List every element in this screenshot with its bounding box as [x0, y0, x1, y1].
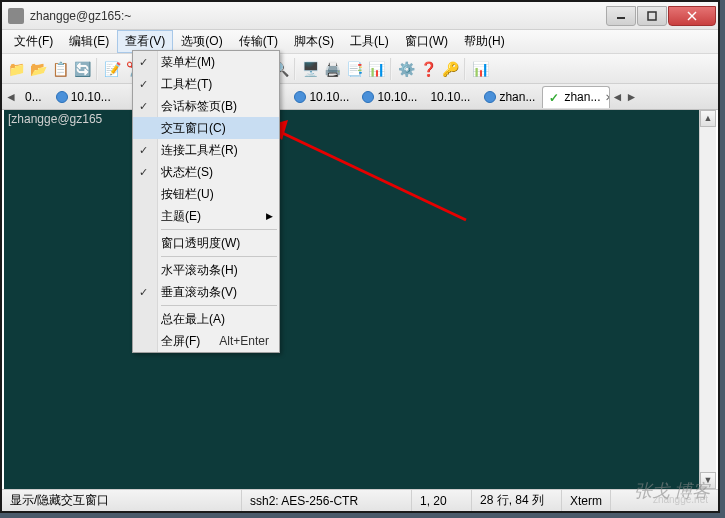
toolbar-separator	[390, 58, 392, 80]
tab-scroll-left-icon[interactable]: ◄	[610, 90, 624, 104]
menu-item-ontop[interactable]: 总在最上(A)	[133, 308, 279, 330]
status-icon	[484, 91, 496, 103]
check-icon: ✓	[139, 56, 148, 69]
session-tab-active[interactable]: ✓zhan...✕	[542, 86, 610, 108]
minimize-button[interactable]	[606, 6, 636, 26]
session-tab[interactable]: zhan...	[477, 86, 542, 108]
menu-item-toolbar[interactable]: ✓工具栏(T)	[133, 73, 279, 95]
close-button[interactable]	[668, 6, 716, 26]
toolbar-icon[interactable]: 📑	[344, 59, 364, 79]
tab-scroll-left-icon[interactable]: ◄	[4, 90, 18, 104]
menu-window[interactable]: 窗口(W)	[397, 30, 456, 53]
terminal[interactable]: [zhangge@gz165	[4, 110, 716, 489]
toolbar-icon[interactable]: 📊	[366, 59, 386, 79]
tab-label: 0...	[25, 90, 42, 104]
session-tab[interactable]: 10.10...	[287, 86, 355, 108]
toolbar-icon[interactable]: 📁	[6, 59, 26, 79]
session-tab[interactable]: 10.10...	[49, 86, 117, 108]
check-icon: ✓	[139, 78, 148, 91]
shortcut-label: Alt+Enter	[219, 334, 269, 348]
toolbar-icon[interactable]: ⚙️	[396, 59, 416, 79]
status-position: 1, 20	[412, 490, 472, 511]
session-tab[interactable]: 10.10...	[355, 86, 423, 108]
menu-item-fullscreen[interactable]: 全屏(F)Alt+Enter	[133, 330, 279, 352]
toolbar-icon[interactable]: 📊	[470, 59, 490, 79]
tabbar: ◄ 0... 10.10... 0... 10.10... 10.10... 1…	[2, 84, 718, 110]
tab-label: zhan...	[499, 90, 535, 104]
menu-separator	[161, 256, 277, 257]
toolbar-icon[interactable]: 🔑	[440, 59, 460, 79]
vertical-scrollbar[interactable]: ▲ ▼	[699, 110, 716, 489]
toolbar-icon[interactable]: 🖨️	[322, 59, 342, 79]
tab-label: 10.10...	[309, 90, 349, 104]
menu-item-menubar[interactable]: ✓菜单栏(M)	[133, 51, 279, 73]
status-cipher: ssh2: AES-256-CTR	[242, 490, 412, 511]
status-emulation: Xterm	[562, 490, 611, 511]
check-icon: ✓	[139, 100, 148, 113]
check-icon: ✓	[139, 286, 148, 299]
window-title: zhangge@gz165:~	[30, 9, 605, 23]
menu-item-button-bar[interactable]: 按钮栏(U)	[133, 183, 279, 205]
menu-item-session-tabs[interactable]: ✓会话标签页(B)	[133, 95, 279, 117]
menu-item-theme[interactable]: 主题(E)▶	[133, 205, 279, 227]
menu-separator	[161, 305, 277, 306]
status-icon	[56, 91, 68, 103]
toolbar-icon[interactable]: 📝	[102, 59, 122, 79]
menu-edit[interactable]: 编辑(E)	[61, 30, 117, 53]
toolbar-separator	[96, 58, 98, 80]
scroll-up-icon[interactable]: ▲	[700, 110, 716, 127]
session-tab[interactable]: 10.10...	[423, 86, 477, 108]
menu-item-connect-bar[interactable]: ✓连接工具栏(R)	[133, 139, 279, 161]
submenu-arrow-icon: ▶	[266, 211, 273, 221]
menu-file[interactable]: 文件(F)	[6, 30, 61, 53]
titlebar[interactable]: zhangge@gz165:~	[2, 2, 718, 30]
menu-help[interactable]: 帮助(H)	[456, 30, 513, 53]
maximize-button[interactable]	[637, 6, 667, 26]
tab-label: zhan...	[564, 90, 600, 104]
menu-item-vscroll[interactable]: ✓垂直滚动条(V)	[133, 281, 279, 303]
check-icon: ✓	[139, 144, 148, 157]
toolbar-icon[interactable]: ❓	[418, 59, 438, 79]
status-icon	[294, 91, 306, 103]
menu-item-transparency[interactable]: 窗口透明度(W)	[133, 232, 279, 254]
toolbar-icon[interactable]: 🔄	[72, 59, 92, 79]
watermark-url: zhangge.net	[653, 494, 708, 505]
tab-label: 10.10...	[430, 90, 470, 104]
app-icon	[8, 8, 24, 24]
view-dropdown: ✓菜单栏(M) ✓工具栏(T) ✓会话标签页(B) 交互窗口(C) ✓连接工具栏…	[132, 50, 280, 353]
status-icon	[362, 91, 374, 103]
tab-scroll-right-icon[interactable]: ►	[624, 90, 638, 104]
toolbar-separator	[464, 58, 466, 80]
status-icon: ✓	[549, 91, 561, 103]
svg-rect-1	[648, 12, 656, 20]
menu-separator	[161, 229, 277, 230]
tab-label: 10.10...	[71, 90, 111, 104]
toolbar-icon[interactable]: 🖥️	[300, 59, 320, 79]
toolbar-separator	[294, 58, 296, 80]
toolbar: 📁 📂 📋 🔄 📝 ✂️ 📄 📋 📋 🔍 🖥️ 🖨️ 📑 📊 ⚙️ ❓ 🔑 📊	[2, 54, 718, 84]
statusbar: 显示/隐藏交互窗口 ssh2: AES-256-CTR 1, 20 28 行, …	[2, 489, 718, 511]
status-size: 28 行, 84 列	[472, 490, 562, 511]
toolbar-icon[interactable]: 📋	[50, 59, 70, 79]
check-icon: ✓	[139, 166, 148, 179]
menu-tools[interactable]: 工具(L)	[342, 30, 397, 53]
status-hint: 显示/隐藏交互窗口	[2, 490, 242, 511]
menu-item-chat-window[interactable]: 交互窗口(C)	[133, 117, 279, 139]
menu-item-hscroll[interactable]: 水平滚动条(H)	[133, 259, 279, 281]
session-tab[interactable]: 0...	[18, 86, 49, 108]
menu-item-statusbar[interactable]: ✓状态栏(S)	[133, 161, 279, 183]
terminal-prompt: [zhangge@gz165	[8, 112, 102, 126]
tab-label: 10.10...	[377, 90, 417, 104]
menubar: 文件(F) 编辑(E) 查看(V) 选项(O) 传输(T) 脚本(S) 工具(L…	[2, 30, 718, 54]
toolbar-icon[interactable]: 📂	[28, 59, 48, 79]
menu-script[interactable]: 脚本(S)	[286, 30, 342, 53]
